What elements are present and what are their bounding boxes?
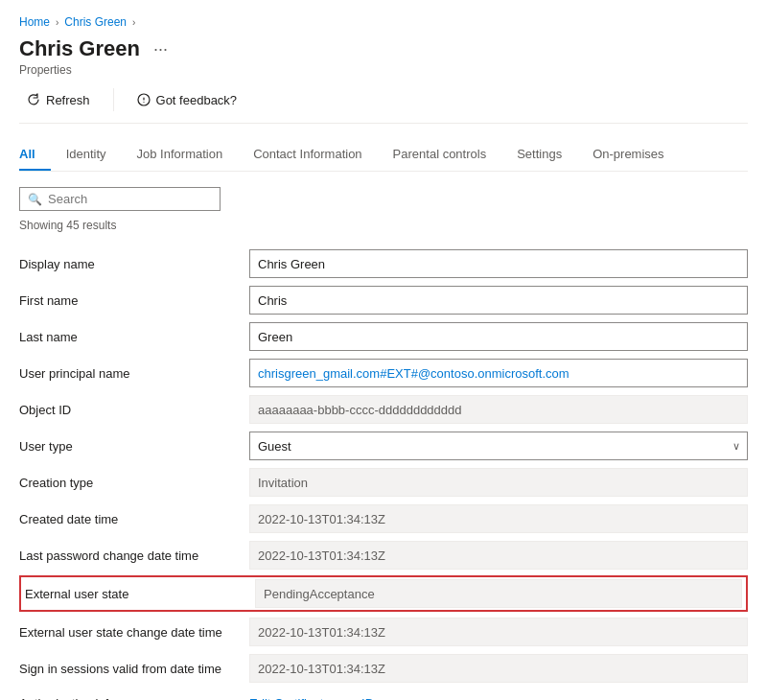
value-creation-type	[249, 468, 748, 497]
page-subtitle: Properties	[19, 63, 748, 77]
label-sign-in-sessions: Sign in sessions valid from date time	[19, 656, 249, 682]
toolbar-divider	[113, 88, 114, 111]
label-authorization-info: Authorization info	[19, 690, 249, 700]
field-upn: User principal name	[19, 357, 748, 389]
input-sign-in-sessions	[249, 654, 748, 683]
label-external-state-change: External user state change date time	[19, 619, 249, 645]
select-user-type[interactable]: Guest Member	[249, 432, 748, 460]
refresh-label: Refresh	[46, 93, 90, 107]
value-last-pwd-change	[249, 541, 748, 570]
label-display-name: Display name	[19, 251, 249, 277]
tab-contact-information[interactable]: Contact Information	[238, 139, 377, 171]
ellipsis-button[interactable]: ···	[148, 37, 174, 61]
authorization-info-link[interactable]: Edit Certificate user IDs	[249, 696, 381, 700]
label-created-datetime: Created date time	[19, 506, 249, 532]
field-first-name: First name	[19, 284, 748, 316]
field-user-type: User type Guest Member ∨	[19, 430, 748, 462]
label-first-name: First name	[19, 288, 249, 314]
refresh-button[interactable]: Refresh	[19, 89, 98, 111]
search-input[interactable]	[48, 192, 212, 206]
feedback-label: Got feedback?	[156, 93, 238, 107]
field-object-id: Object ID	[19, 393, 748, 426]
search-box: 🔍	[19, 187, 221, 211]
breadcrumb-chevron-2: ›	[132, 17, 135, 28]
breadcrumb-home[interactable]: Home	[19, 15, 50, 29]
value-authorization-info: Edit Certificate user IDs	[249, 696, 748, 700]
field-last-pwd-change: Last password change date time	[19, 539, 748, 572]
label-external-user-state: External user state	[25, 581, 255, 607]
value-external-state-change	[249, 618, 748, 646]
label-user-type: User type	[19, 433, 249, 459]
input-external-user-state	[255, 579, 742, 608]
value-external-user-state	[255, 579, 742, 608]
value-created-datetime	[249, 504, 748, 533]
tab-job-information[interactable]: Job Information	[122, 139, 239, 171]
value-object-id	[249, 395, 748, 424]
svg-point-1	[143, 102, 144, 103]
main-container: Home › Chris Green › Chris Green ··· Pro…	[0, 0, 767, 700]
breadcrumb: Home › Chris Green ›	[19, 15, 748, 29]
input-external-state-change	[249, 618, 748, 646]
page-title: Chris Green	[19, 36, 140, 61]
field-sign-in-sessions: Sign in sessions valid from date time	[19, 652, 748, 685]
field-created-datetime: Created date time	[19, 502, 748, 535]
field-display-name: Display name	[19, 247, 748, 280]
input-creation-type	[249, 468, 748, 497]
input-first-name[interactable]	[249, 286, 748, 315]
field-external-state-change: External user state change date time	[19, 616, 748, 648]
label-object-id: Object ID	[19, 397, 249, 423]
tabs-container: All Identity Job Information Contact Inf…	[19, 139, 748, 172]
input-display-name[interactable]	[249, 249, 748, 278]
tab-all[interactable]: All	[19, 139, 51, 171]
field-creation-type: Creation type	[19, 466, 748, 499]
feedback-button[interactable]: Got feedback?	[129, 89, 245, 111]
search-icon: 🔍	[28, 193, 42, 206]
select-wrapper-user-type: Guest Member ∨	[249, 432, 748, 460]
label-last-name: Last name	[19, 324, 249, 350]
value-display-name	[249, 249, 748, 278]
value-last-name	[249, 322, 748, 351]
tab-settings[interactable]: Settings	[501, 139, 577, 171]
tab-parental-controls[interactable]: Parental controls	[378, 139, 502, 171]
feedback-icon	[137, 93, 151, 106]
input-last-pwd-change	[249, 541, 748, 570]
value-upn	[249, 359, 748, 387]
label-last-pwd-change: Last password change date time	[19, 543, 249, 569]
value-first-name	[249, 286, 748, 315]
refresh-icon	[27, 93, 40, 106]
input-last-name[interactable]	[249, 322, 748, 351]
breadcrumb-user[interactable]: Chris Green	[64, 15, 127, 29]
value-user-type: Guest Member ∨	[249, 432, 748, 460]
field-last-name: Last name	[19, 320, 748, 353]
value-sign-in-sessions	[249, 654, 748, 683]
field-authorization-info: Authorization info Edit Certificate user…	[19, 688, 748, 700]
results-count: Showing 45 results	[19, 219, 748, 232]
tab-on-premises[interactable]: On-premises	[577, 139, 679, 171]
input-upn[interactable]	[249, 359, 748, 387]
label-upn: User principal name	[19, 361, 249, 386]
breadcrumb-chevron-1: ›	[56, 17, 58, 28]
label-creation-type: Creation type	[19, 470, 249, 496]
toolbar: Refresh Got feedback?	[19, 88, 748, 124]
input-object-id	[249, 395, 748, 424]
tab-identity[interactable]: Identity	[51, 139, 122, 171]
input-created-datetime	[249, 504, 748, 533]
form-fields: Display name First name Last name User p…	[19, 247, 748, 700]
field-external-user-state: External user state	[19, 575, 748, 612]
